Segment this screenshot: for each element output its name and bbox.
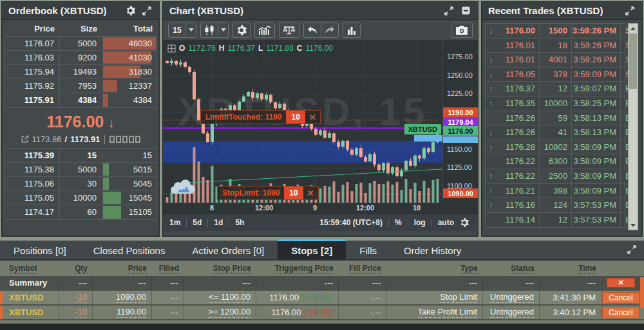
depth-bar xyxy=(103,80,117,92)
orderbook-ask-row[interactable]: 1175.941949331830 xyxy=(5,65,156,79)
tab-active-orders-0[interactable]: Active Orders [0] xyxy=(178,239,278,259)
trade-row[interactable]: 1176.01183:59:26 PMS xyxy=(486,39,625,53)
order-row[interactable]: XBTUSD-101190.00--->= 1200.001176.00(-24… xyxy=(0,306,644,320)
redo-button[interactable] xyxy=(321,23,339,38)
trade-row[interactable]: ↑1176.2225003:58:09 PMB xyxy=(486,169,625,184)
compare-button[interactable] xyxy=(279,23,299,38)
option-auto[interactable]: auto xyxy=(438,218,454,227)
chart-plot-area[interactable]: XBTUSD, 15 XBTUSD: Bitcoin / US Dollar P… xyxy=(163,41,478,203)
trade-row[interactable]: 1176.26593:58:13 PMB xyxy=(486,111,625,126)
expand-icon[interactable] xyxy=(627,245,636,254)
header-stop-price: Stop Price xyxy=(184,264,256,273)
trade-row[interactable]: ↑1176.213983:58:09 PMB xyxy=(486,184,625,199)
trade-price: ↓1176.01 xyxy=(486,53,540,67)
trade-time: 3:58:09 PM xyxy=(572,140,621,154)
indicators-icon xyxy=(258,26,271,35)
trade-price: ↑1176.35 xyxy=(486,96,540,111)
interval-dropdown-icon[interactable] xyxy=(185,23,196,38)
trade-price: 1176.01 xyxy=(486,39,540,53)
interval-button[interactable]: 15 xyxy=(168,23,186,38)
volume-profile-button[interactable] xyxy=(343,23,361,38)
close-icon[interactable]: ✕ xyxy=(303,187,318,199)
minimize-icon[interactable] xyxy=(460,5,471,17)
stop-limit-order-label[interactable]: StopLimit: 1090 10 ✕ xyxy=(217,186,319,200)
external-link-icon[interactable] xyxy=(21,135,29,143)
divider xyxy=(431,219,432,227)
price-axis[interactable]: 1275.001250.001225.001150.001125.001100.… xyxy=(442,41,478,203)
gear-icon[interactable] xyxy=(124,5,136,17)
orderbook-ask-row[interactable]: 1176.03920041030 xyxy=(5,51,156,65)
orderbook-ask-row[interactable]: 1175.92795312337 xyxy=(5,79,156,93)
undo-arrow-icon xyxy=(308,26,317,33)
order-row[interactable]: XBTUSD-101090.00---<= 1100.001176.00(+76… xyxy=(0,291,644,306)
orderbook-ask-row[interactable]: 1175.9143844384 xyxy=(5,93,156,107)
trade-price: ↑1176.21 xyxy=(486,184,540,198)
orderbook-bid-row[interactable]: 1175.391515 xyxy=(5,149,156,163)
time-axis[interactable]: 812:00912:0010 xyxy=(163,203,478,214)
header-type: Type xyxy=(386,264,483,273)
tradingview-logo xyxy=(169,177,196,196)
trade-row[interactable]: ↑1176.161243:57:53 PMB xyxy=(486,198,625,213)
trade-row[interactable]: ↑1176.35100003:58:25 PMB xyxy=(486,96,625,111)
scrollbar-thumb[interactable] xyxy=(629,33,637,89)
range-5h[interactable]: 5h xyxy=(235,218,244,227)
chart-settings-button[interactable] xyxy=(232,23,251,38)
price-tick: 1125.00 xyxy=(443,163,478,171)
orderbook-bid-row[interactable]: 1174.176015105 xyxy=(5,205,156,219)
close-all-button[interactable]: ✕ xyxy=(607,278,635,288)
depth-gauge-icon[interactable] xyxy=(109,136,140,143)
trade-row[interactable]: ↓1176.0015003:59:26 PMS xyxy=(486,24,625,39)
divider xyxy=(408,219,408,227)
orderbook-ask-row[interactable]: 1176.07500046030 xyxy=(5,37,156,51)
trade-row[interactable]: ↑1176.37123:59:07 PMB xyxy=(486,82,625,96)
cancel-button[interactable]: Cancel xyxy=(602,307,639,318)
trade-row[interactable]: ↓1176.053783:59:09 PMS xyxy=(486,68,625,82)
tab-fills[interactable]: Fills xyxy=(346,239,390,259)
trade-row[interactable]: 1176.2263003:58:09 PMB xyxy=(486,154,625,169)
expand-icon[interactable] xyxy=(141,5,153,17)
range-1m[interactable]: 1m xyxy=(169,218,180,227)
close-icon[interactable]: ✕ xyxy=(305,111,320,124)
tab-stops-2[interactable]: Stops [2] xyxy=(278,239,346,259)
order-actions: Cancel xyxy=(601,291,640,304)
tab-positions-0[interactable]: Positions [0] xyxy=(0,239,80,259)
trade-row[interactable]: ↑1176.28108023:58:09 PMB xyxy=(486,140,625,155)
up-arrow-icon: ↑ xyxy=(489,184,493,198)
undo-button[interactable] xyxy=(303,23,321,38)
cancel-button[interactable]: Cancel xyxy=(602,292,639,304)
indicators-button[interactable] xyxy=(254,23,275,38)
trade-row[interactable]: ↓1176.26413:58:13 PMB xyxy=(486,125,625,140)
limit-if-touched-order-label[interactable]: LimitIfTouched: 1190 10 ✕ xyxy=(200,110,321,124)
orderbook-header: Orderbook (XBTUSD) xyxy=(2,2,159,20)
expand-icon[interactable] xyxy=(624,5,636,17)
trade-size: 12 xyxy=(540,213,572,228)
range-5d[interactable]: 5d xyxy=(193,218,202,227)
option-pct[interactable]: % xyxy=(395,218,402,227)
orderbook-bid-row[interactable]: 1175.06305045 xyxy=(5,177,156,191)
chart-clock: 15:59:40 (UTC+8) xyxy=(319,218,383,227)
range-1d[interactable]: 1d xyxy=(214,218,223,227)
trade-row[interactable]: ↓1176.0140013:59:26 PMS xyxy=(486,53,625,68)
expand-icon[interactable] xyxy=(443,5,455,17)
trade-row[interactable]: 1176.14123:57:53 PMB xyxy=(486,213,625,228)
trade-time: 3:58:09 PM xyxy=(572,154,621,169)
tab-closed-positions[interactable]: Closed Positions xyxy=(80,239,179,259)
scroll-down-icon[interactable] xyxy=(629,221,638,230)
trade-price: ↑1176.28 xyxy=(486,140,540,154)
orderbook-bid-row[interactable]: 1175.051000015045 xyxy=(5,191,156,205)
grid-plus-icon[interactable] xyxy=(167,44,176,53)
tab-order-history[interactable]: Order History xyxy=(390,239,475,259)
orderbook-bid-row[interactable]: 1175.3850005015 xyxy=(5,163,156,177)
orders-rows: XBTUSD-101090.00---<= 1100.001176.00(+76… xyxy=(0,291,644,320)
snapshot-button[interactable] xyxy=(451,23,473,38)
ob-price: 1174.17 xyxy=(5,205,60,219)
scroll-up-icon[interactable] xyxy=(629,24,638,33)
chart-style-button[interactable] xyxy=(200,23,218,38)
orders-scrollbar[interactable] xyxy=(640,277,644,308)
chart-style-dropdown-icon[interactable] xyxy=(218,23,229,38)
option-log[interactable]: log xyxy=(414,218,426,227)
trades-scrollbar[interactable] xyxy=(628,23,638,230)
header-price: Price xyxy=(93,264,152,273)
gear-icon[interactable] xyxy=(460,218,469,227)
index-quote: 1173.86 / 1173.91 xyxy=(2,134,159,144)
